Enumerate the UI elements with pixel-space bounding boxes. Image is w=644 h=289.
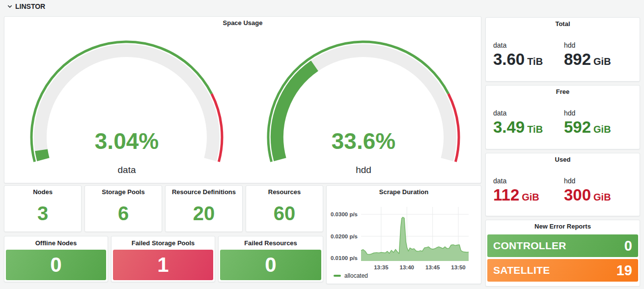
- row-header-linstor[interactable]: LINSTOR: [7, 2, 45, 10]
- summary-label: data: [493, 109, 564, 117]
- panel-title-offline-nodes[interactable]: Offline Nodes: [4, 236, 108, 250]
- summary-label: data: [493, 41, 564, 49]
- panel-offline-nodes: Offline Nodes 0: [4, 236, 108, 282]
- svg-text:0.0200 p/s: 0.0200 p/s: [331, 233, 358, 239]
- summary-col-hdd: hdd 300GiB: [564, 177, 635, 204]
- summary-label: hdd: [564, 177, 635, 185]
- error-row-value: 19: [616, 262, 632, 279]
- summary-unit: TiB: [527, 124, 543, 135]
- chevron-down-icon: [7, 3, 13, 9]
- gauge-hdd: 33.6% hdd: [260, 38, 467, 176]
- status-value: 1: [157, 253, 168, 277]
- summary-unit: GiB: [593, 192, 611, 202]
- dashboard: { "colors": { "green": "#56A64B", "dark_…: [0, 0, 644, 289]
- panel-title-failed-resources[interactable]: Failed Resources: [219, 236, 323, 250]
- panel-title-nodes[interactable]: Nodes: [4, 186, 81, 199]
- summary-value: 3.49TiB: [493, 118, 564, 137]
- svg-text:0.0100 p/s: 0.0100 p/s: [331, 255, 358, 261]
- summary-col-hdd: hdd 592GiB: [564, 109, 635, 137]
- svg-text:13:50: 13:50: [451, 264, 465, 270]
- summary-value: 592GiB: [564, 118, 635, 137]
- panel-nodes: Nodes 3: [4, 185, 82, 232]
- error-row-value: 0: [624, 238, 632, 254]
- summary-unit: GiB: [522, 192, 539, 202]
- panel-title-total[interactable]: Total: [486, 18, 640, 30]
- summary-col-data: data 3.60TiB: [493, 41, 564, 69]
- summary-label: data: [493, 177, 564, 185]
- summary-col-data: data 112GiB: [493, 177, 564, 204]
- chart-canvas[interactable]: 0.0100 p/s0.0200 p/s0.0300 p/s13:3513:40…: [327, 186, 482, 285]
- panel-title-failed-storage-pools[interactable]: Failed Storage Pools: [112, 236, 215, 250]
- gauge-value: 33.6%: [260, 129, 467, 153]
- summary-label: hdd: [564, 109, 635, 117]
- error-row-satellite: SATELLITE 19: [487, 259, 638, 282]
- svg-text:13:45: 13:45: [425, 264, 440, 270]
- summary-label: hdd: [564, 41, 635, 49]
- status-value: 0: [265, 253, 276, 277]
- panel-failed-storage-pools: Failed Storage Pools 1: [111, 236, 215, 282]
- error-row-label: CONTROLLER: [493, 240, 566, 252]
- summary-col-hdd: hdd 892GiB: [564, 41, 635, 69]
- summary-value: 3.60TiB: [493, 50, 564, 69]
- svg-text:0.0300 p/s: 0.0300 p/s: [331, 211, 358, 217]
- stat-value: 20: [166, 203, 242, 223]
- gauge-label: data: [24, 165, 230, 175]
- panel-storage-pools: Storage Pools 6: [84, 185, 162, 232]
- status-value-block: 1: [113, 250, 213, 280]
- panel-resource-definitions: Resource Definitions 20: [165, 185, 243, 232]
- summary-col-data: data 3.49TiB: [493, 109, 564, 137]
- stat-value: 6: [85, 203, 162, 223]
- panel-new-error-reports: New Error Reports CONTROLLER 0 SATELLITE…: [485, 220, 640, 287]
- summary-unit: GiB: [593, 124, 611, 135]
- error-row-controller: CONTROLLER 0: [487, 234, 638, 257]
- legend-marker-icon: [334, 275, 341, 277]
- panel-failed-resources: Failed Resources 0: [218, 236, 323, 282]
- status-value-block: 0: [6, 250, 106, 280]
- panel-resources: Resources 60: [246, 185, 323, 232]
- panel-total: Total data 3.60TiB hdd 892GiB: [485, 17, 640, 82]
- panel-space-usage: Space Usage 3.04% data 33.6% hdd: [4, 16, 481, 183]
- panel-title-used[interactable]: Used: [486, 153, 640, 166]
- panel-scrape-duration: Scrape Duration 0.0100 p/s0.0200 p/s0.03…: [326, 185, 481, 284]
- panel-used: Used data 112GiB hdd 300GiB: [485, 153, 640, 216]
- legend-label: allocated: [344, 272, 368, 279]
- row-title: LINSTOR: [15, 2, 45, 10]
- panel-title-free[interactable]: Free: [486, 86, 640, 98]
- panel-title-storage-pools[interactable]: Storage Pools: [85, 186, 162, 199]
- summary-value: 112GiB: [493, 186, 564, 204]
- svg-text:13:35: 13:35: [374, 264, 389, 270]
- status-value-block: 0: [220, 250, 321, 280]
- stat-value: 60: [246, 203, 323, 223]
- summary-unit: GiB: [593, 56, 611, 67]
- panel-title-resource-definitions[interactable]: Resource Definitions: [166, 186, 242, 199]
- gauge-data: 3.04% data: [24, 38, 230, 176]
- legend-item-allocated[interactable]: allocated: [334, 272, 368, 279]
- error-row-label: SATELLITE: [493, 264, 550, 276]
- gauge-value: 3.04%: [24, 129, 230, 153]
- gauge-label: hdd: [260, 165, 467, 175]
- status-value: 0: [50, 253, 61, 277]
- summary-value: 300GiB: [564, 186, 635, 204]
- summary-value: 892GiB: [564, 50, 635, 69]
- panel-title-new-error-reports[interactable]: New Error Reports: [486, 220, 640, 233]
- summary-unit: TiB: [527, 56, 543, 67]
- panel-free: Free data 3.49TiB hdd 592GiB: [485, 85, 640, 149]
- stat-value: 3: [4, 203, 81, 223]
- panel-title-space-usage[interactable]: Space Usage: [4, 17, 481, 29]
- svg-text:13:40: 13:40: [400, 264, 414, 270]
- panel-title-resources[interactable]: Resources: [246, 186, 323, 199]
